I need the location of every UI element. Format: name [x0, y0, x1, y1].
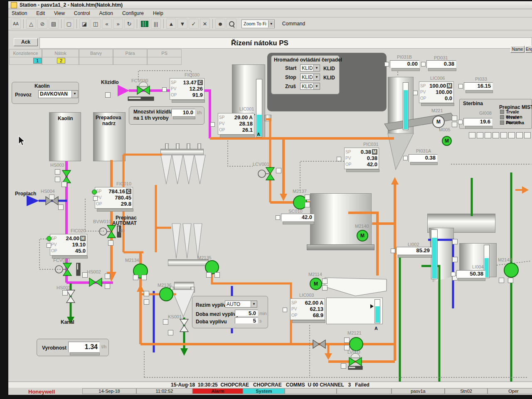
- zrus-dropdown-value: KLID: [300, 83, 313, 89]
- provoz-value: DAVKOVAN: [39, 91, 71, 98]
- start-dropdown[interactable]: KLID ▼: [300, 64, 320, 71]
- LCV001-valve[interactable]: [266, 174, 274, 180]
- provoz-label: Provoz: [15, 92, 32, 98]
- FCV020-valve[interactable]: [63, 263, 71, 269]
- FCV030-valve-actuator: [139, 82, 148, 86]
- cyclone-cone: [183, 155, 194, 184]
- flow-arrow: [391, 177, 399, 185]
- flow-arrow: [27, 195, 39, 206]
- LV003-valve[interactable]: [355, 357, 362, 366]
- stop-status: KLID: [323, 75, 335, 81]
- doba-mezi-label: Doba mezi vyplivy: [196, 311, 239, 317]
- valve-position-bar: [117, 226, 121, 237]
- LV003-valve-actuator: [351, 353, 360, 358]
- option-square-icon: [500, 115, 504, 119]
- alarm-line[interactable]: 15-Aug-18 10:30:25 CHOPCRAE CHOPCRAE COM…: [8, 382, 532, 388]
- M2134-pump[interactable]: [133, 264, 148, 278]
- HS001-valve[interactable]: [66, 290, 75, 296]
- BVW010-valve[interactable]: [107, 225, 116, 232]
- rezim-dropdown[interactable]: AUTO ▼: [225, 300, 257, 308]
- manual-valve[interactable]: [319, 340, 325, 348]
- status-cell: [285, 388, 337, 394]
- kaolin-panel-title: Kaolin: [34, 83, 50, 89]
- FCV030-valve[interactable]: [143, 86, 150, 94]
- FCV030-valve[interactable]: [137, 86, 143, 94]
- monitor-bezel: [0, 395, 532, 399]
- doba-vyplivu-unit: s: [259, 318, 262, 323]
- rezim-label: Rezim vyplivu: [196, 302, 229, 308]
- doba-mezi-input[interactable]: 5.0: [235, 310, 258, 316]
- flow-arrow: [325, 353, 332, 360]
- LCV001-valve-actuator: [258, 170, 266, 177]
- hromadne-title: Hromadné ovládání čerpadel: [274, 57, 342, 63]
- cyclone-cone: [161, 155, 172, 184]
- link-dashed: [138, 71, 191, 80]
- link-dashed: [39, 239, 62, 269]
- chevron-down-icon[interactable]: ▼: [313, 83, 320, 89]
- mnozstvi-unit: l/h: [197, 110, 202, 115]
- cyclone-cone: [172, 224, 180, 259]
- cyclone-cone: [183, 224, 191, 259]
- M2114-motor-label: M: [314, 281, 318, 287]
- chevron-down-icon[interactable]: ▼: [71, 91, 78, 98]
- chevron-down-icon[interactable]: ▼: [251, 301, 257, 307]
- HS003-valve[interactable]: [62, 170, 71, 177]
- mouse-cursor: [19, 136, 25, 145]
- FCV020-valve-actuator: [55, 266, 63, 273]
- status-cell-Oper[interactable]: Oper: [488, 388, 532, 394]
- KS001-valve[interactable]: [180, 325, 188, 332]
- LV003-valve[interactable]: [349, 357, 355, 366]
- doba-vyplivu-label: Doba vyplivu: [196, 319, 227, 325]
- sterbina-title: Sterbina: [463, 101, 483, 106]
- stop-dropdown-value: KLID: [300, 74, 313, 80]
- M2137-pump[interactable]: [293, 196, 307, 209]
- mnozstvi-line2: na 1 t/h vyroby: [133, 115, 169, 121]
- M2135-pump[interactable]: [205, 261, 219, 274]
- M2136-pump[interactable]: [160, 288, 173, 301]
- doba-vyplivu-input[interactable]: 5: [235, 317, 258, 324]
- valve-position-bar-mark: [129, 98, 141, 99]
- chevron-down-icon[interactable]: ▼: [313, 74, 320, 80]
- status-cell-System[interactable]: System: [243, 388, 285, 394]
- manual-valve[interactable]: [313, 340, 319, 348]
- flow-arrow: [137, 284, 144, 292]
- M2121-pump[interactable]: [350, 337, 363, 351]
- status-cell: [337, 388, 392, 394]
- BVW010-valve[interactable]: [107, 232, 116, 238]
- status-cell-11:02:52[interactable]: 11:02:52: [136, 388, 192, 394]
- KS001-valve[interactable]: [180, 319, 188, 325]
- M2143-pump[interactable]: [504, 263, 518, 277]
- M221-motor-label: M: [436, 119, 441, 125]
- status-cell-14-Sep-18[interactable]: 14-Sep-18: [82, 388, 136, 394]
- status-cell-Alarm[interactable]: Alarm: [192, 388, 243, 394]
- status-cell-pasv1a[interactable]: pasv1a: [392, 388, 445, 394]
- vyrobnost-label: Vyrobnost: [42, 345, 66, 351]
- status-cell-Stn02[interactable]: Stn02: [445, 388, 488, 394]
- LCV001-valve[interactable]: [266, 167, 274, 174]
- zrus-dropdown[interactable]: KLID ▼: [300, 83, 320, 90]
- vyrobnost-unit: t/h: [101, 344, 106, 349]
- sterbina-option: Porucha: [506, 120, 524, 125]
- flow-arrow: [106, 272, 116, 282]
- mnozstvi-input[interactable]: 10.0: [171, 109, 195, 116]
- rezim-dropdown-value: AUTO: [225, 301, 251, 307]
- stop-dropdown[interactable]: KLID ▼: [300, 74, 320, 81]
- m2114-trough: [325, 278, 387, 296]
- HS004-valve[interactable]: [46, 197, 52, 205]
- FCV020-valve[interactable]: [63, 269, 71, 276]
- HS001-valve[interactable]: [66, 296, 75, 303]
- mnozstvi-shadow: [173, 116, 195, 119]
- chevron-down-icon[interactable]: ▼: [313, 65, 320, 71]
- HS002-valve[interactable]: [89, 278, 96, 286]
- valve-position-bar-mark: [77, 264, 79, 270]
- valve-position-bar-mark: [349, 367, 355, 368]
- pipe-orange: [348, 213, 377, 276]
- link-dashed: [85, 199, 104, 231]
- doba-mezi-unit: min: [259, 311, 267, 316]
- HS002-valve[interactable]: [96, 278, 102, 286]
- HS004-valve[interactable]: [52, 197, 58, 205]
- piping-layer: MMMM: [0, 0, 532, 395]
- flow-arrow: [522, 186, 529, 194]
- provoz-dropdown[interactable]: DAVKOVAN ▼: [38, 90, 78, 98]
- HS003-valve[interactable]: [62, 177, 71, 183]
